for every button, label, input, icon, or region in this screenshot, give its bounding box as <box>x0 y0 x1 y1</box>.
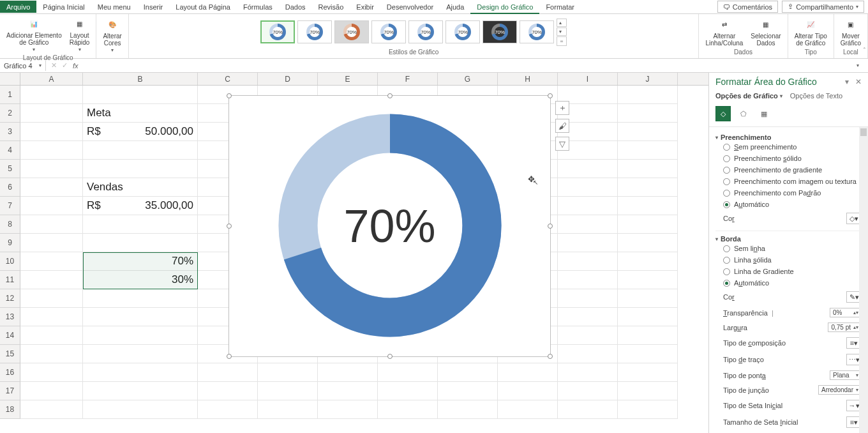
col-header-E[interactable]: E <box>318 73 378 85</box>
cell[interactable]: Meta <box>83 104 198 123</box>
cell[interactable] <box>558 271 618 289</box>
row-header[interactable]: 13 <box>0 308 20 326</box>
chart-style-1[interactable]: 70% <box>260 20 295 43</box>
select-all-corner[interactable] <box>0 73 20 85</box>
cell[interactable] <box>438 382 498 400</box>
style-scroll-down[interactable]: ▾ <box>557 27 567 36</box>
cell[interactable] <box>20 252 83 271</box>
chart-style-6[interactable]: 70% <box>445 20 480 43</box>
size-props-category-icon[interactable]: ▦ <box>756 106 772 121</box>
pane-scrollbar[interactable] <box>859 127 868 433</box>
cell[interactable]: 70% <box>83 252 198 271</box>
tab-developer[interactable]: Desenvolvedor <box>380 1 440 13</box>
cancel-icon[interactable]: ✕ <box>51 61 57 70</box>
cell[interactable] <box>20 123 83 141</box>
switch-row-column-button[interactable]: ⇄Alternar Linha/Coluna <box>703 16 745 48</box>
cell[interactable] <box>20 104 83 123</box>
cell[interactable] <box>618 271 678 289</box>
expand-formula-bar[interactable]: ▾ <box>857 63 859 68</box>
row-header[interactable]: 10 <box>0 252 20 271</box>
cell[interactable] <box>20 308 83 326</box>
add-chart-element-button[interactable]: 📊 Adicionar Elemento de Gráfico▾ <box>4 15 64 54</box>
cell[interactable] <box>378 400 438 419</box>
border-auto-radio[interactable]: Automático <box>715 277 862 289</box>
cell[interactable] <box>83 363 198 382</box>
cell[interactable] <box>618 308 678 326</box>
col-header-B[interactable]: B <box>83 73 198 85</box>
row-header[interactable]: 16 <box>0 363 20 382</box>
cell[interactable] <box>83 382 198 400</box>
cell[interactable] <box>198 382 258 400</box>
col-header-H[interactable]: H <box>498 73 558 85</box>
cell[interactable] <box>558 197 618 215</box>
fill-picture-radio[interactable]: Preenchimento com imagem ou textura <box>715 176 862 187</box>
cell[interactable] <box>20 141 83 160</box>
cell[interactable] <box>83 86 198 104</box>
row-header[interactable]: 15 <box>0 345 20 363</box>
chart-style-2[interactable]: 70% <box>297 20 332 43</box>
move-chart-button[interactable]: ▣Mover Gráfico <box>838 16 864 48</box>
cell[interactable] <box>20 86 83 104</box>
cell[interactable] <box>83 141 198 160</box>
quick-layout-button[interactable]: ▦ Layout Rápido▾ <box>67 15 93 54</box>
cell[interactable] <box>20 215 83 234</box>
tab-help[interactable]: Ajuda <box>440 1 470 13</box>
cell[interactable] <box>318 382 378 400</box>
cell[interactable] <box>378 363 438 382</box>
cell[interactable] <box>20 234 83 252</box>
name-box[interactable]: Gráfico 4▾ <box>0 61 46 71</box>
pane-options-button[interactable]: ▾ <box>845 77 849 86</box>
formula-input[interactable] <box>84 60 851 72</box>
fill-none-radio[interactable]: Sem preenchimento <box>715 141 862 153</box>
chart-elements-button[interactable]: ＋ <box>555 101 569 115</box>
cell[interactable] <box>558 345 618 363</box>
tab-formulas[interactable]: Fórmulas <box>237 1 279 13</box>
col-header-A[interactable]: A <box>20 73 83 85</box>
cell[interactable] <box>618 234 678 252</box>
embedded-chart[interactable]: ＋ 🖌 ▽ 70% ✥↖ <box>228 95 551 357</box>
tab-insert[interactable]: Inserir <box>137 1 170 13</box>
cell[interactable] <box>618 178 678 197</box>
row-header[interactable]: 18 <box>0 400 20 419</box>
width-input[interactable]: 0,75 pt▴▾ <box>828 323 862 332</box>
cell[interactable]: Vendas <box>83 178 198 197</box>
chart-style-7[interactable]: 70% <box>483 20 517 43</box>
enter-icon[interactable]: ✓ <box>62 61 68 70</box>
cell[interactable] <box>258 363 318 382</box>
border-none-radio[interactable]: Sem linha <box>715 243 862 254</box>
chart-style-3[interactable]: 70% <box>334 20 369 43</box>
row-header[interactable]: 11 <box>0 271 20 289</box>
row-header[interactable]: 3 <box>0 123 20 141</box>
cell[interactable] <box>558 363 618 382</box>
cell[interactable] <box>498 400 558 419</box>
border-gradient-radio[interactable]: Linha de Gradiente <box>715 266 862 277</box>
tab-mymenu[interactable]: Meu menu <box>91 1 137 13</box>
cell[interactable] <box>558 308 618 326</box>
row-header[interactable]: 14 <box>0 326 20 345</box>
fill-auto-radio[interactable]: Automático <box>715 199 862 210</box>
cell[interactable] <box>20 382 83 400</box>
cell[interactable] <box>20 289 83 308</box>
cell[interactable] <box>558 400 618 419</box>
cell[interactable] <box>618 326 678 345</box>
row-header[interactable]: 1 <box>0 86 20 104</box>
cell[interactable] <box>318 400 378 419</box>
cell[interactable] <box>83 160 198 178</box>
cell[interactable] <box>83 289 198 308</box>
cell[interactable] <box>83 345 198 363</box>
cell[interactable] <box>618 141 678 160</box>
chart-style-5[interactable]: 70% <box>408 20 443 43</box>
fx-icon[interactable]: fx <box>73 62 79 70</box>
cell[interactable] <box>258 400 318 419</box>
transparency-input[interactable]: 0%▴▾ <box>830 308 862 317</box>
cell[interactable]: R$35.000,00 <box>83 197 198 215</box>
cell[interactable] <box>558 326 618 345</box>
tab-format[interactable]: Formatar <box>539 1 581 13</box>
col-header-C[interactable]: C <box>198 73 258 85</box>
cell[interactable]: 30% <box>83 271 198 289</box>
cell[interactable] <box>618 289 678 308</box>
select-data-button[interactable]: ▦Selecionar Dados <box>748 16 783 48</box>
col-header-I[interactable]: I <box>558 73 618 85</box>
cell[interactable] <box>618 345 678 363</box>
fill-line-category-icon[interactable]: ◇ <box>715 106 731 121</box>
